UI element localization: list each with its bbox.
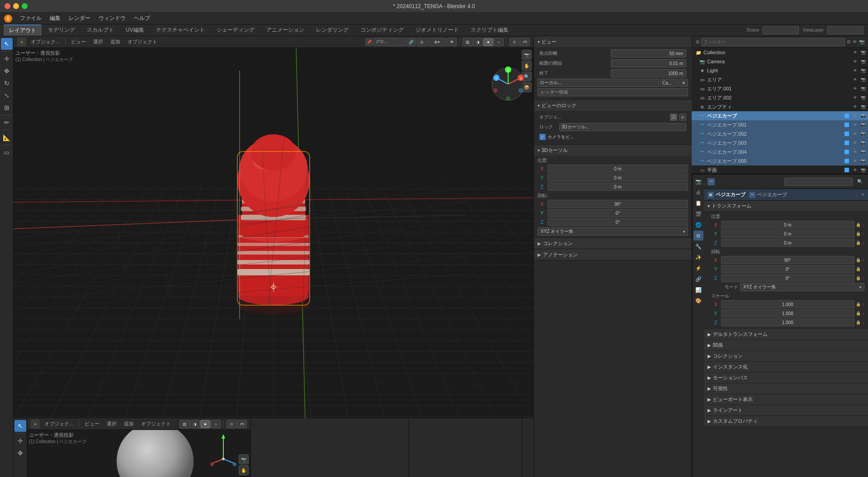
cursor-section-header[interactable]: ▾ 3Dカーソル	[534, 145, 692, 156]
outliner-cam-vis[interactable]: 👁	[852, 58, 858, 65]
maximize-button[interactable]	[22, 3, 28, 9]
material-mode[interactable]: ●	[483, 38, 493, 46]
rot-x-input[interactable]: 90°	[721, 256, 854, 264]
camera-lock-checkbox[interactable]: ✓	[539, 134, 546, 140]
outliner-item-empty[interactable]: ⊕ エンプティ 👁 📷	[692, 102, 868, 111]
vh-add[interactable]: 追加	[108, 38, 123, 46]
bottom-render-mode[interactable]: ☼	[211, 420, 221, 428]
rot-z-lock[interactable]: 🔒	[855, 275, 862, 281]
transform-section-header[interactable]: ▾ トランスフォーム	[704, 201, 868, 212]
outliner-item-bezier[interactable]: 〜 ベジエカーブ 👁 📷	[692, 111, 868, 120]
tool-scale[interactable]: ⤡	[1, 90, 13, 101]
custom-props-header[interactable]: ▶ カスタムプロパティ	[704, 416, 868, 427]
tab-sculpt[interactable]: スカルプト	[81, 25, 119, 35]
outliner-visibility-toggle[interactable]: 👁	[853, 39, 857, 44]
loc-x-input[interactable]: 0 m	[721, 221, 854, 229]
line-art-header[interactable]: ▶ ラインアート	[704, 405, 868, 416]
outliner-item-area001[interactable]: ▭ エリア.001 👁 📷	[692, 84, 868, 93]
bottom-vh-mode[interactable]: オブジェク...	[42, 420, 76, 428]
tool-measure[interactable]: 📐	[1, 132, 13, 143]
rot-mode-dropdown[interactable]: XYZ オイラー角 ▾	[740, 283, 864, 291]
props-scene-icon[interactable]: 🎬	[693, 209, 703, 219]
bottom-vh-object[interactable]: オブジェクト	[138, 420, 174, 428]
tool-move[interactable]: ✥	[1, 65, 13, 77]
relations-header[interactable]: ▶ 関係	[704, 340, 868, 351]
bottom-viewport-content[interactable]: ユーザー・透視投影 (1) Collection | ベジエカーブ	[27, 430, 250, 477]
view-section-header[interactable]: ▾ ビュー	[534, 36, 692, 47]
annotation-section-header[interactable]: ▶ アノテーション	[534, 249, 692, 260]
motion-paths-header[interactable]: ▶ モーションパス	[704, 373, 868, 383]
tab-geometry-nodes[interactable]: ジオメトリノード	[410, 25, 464, 35]
menu-window[interactable]: ウィンドウ	[95, 13, 129, 24]
tool-transform[interactable]: ⊞	[1, 102, 13, 113]
local-btn[interactable]: ローカル...	[538, 79, 659, 87]
obj-menu-btn[interactable]: ⋮	[854, 192, 859, 197]
bottom-vh-select[interactable]: 選択	[104, 420, 119, 428]
lock-obj-icon[interactable]: ⊙	[679, 113, 686, 121]
cam-btn[interactable]: 📷	[522, 50, 532, 60]
tool-select[interactable]: ↖	[1, 38, 13, 50]
bottom-hand-btn[interactable]: ✋	[239, 465, 249, 475]
render-region-btn[interactable]: レンダー領域	[538, 88, 688, 96]
vh-select[interactable]: 選択	[90, 38, 106, 46]
window-controls[interactable]	[5, 3, 28, 9]
minimize-button[interactable]	[13, 3, 19, 9]
viewport-mode-icon[interactable]: ●	[17, 38, 26, 47]
object-search-input[interactable]	[784, 178, 853, 186]
rot-x-lock[interactable]: 🔒	[855, 257, 862, 263]
wireframe-mode[interactable]: ▨	[462, 38, 472, 46]
proportional-btn[interactable]: ◎	[417, 38, 427, 46]
tab-modeling[interactable]: モデリング	[42, 25, 80, 35]
tab-layout[interactable]: レイアウト	[4, 24, 42, 36]
bottom-vh-add[interactable]: 追加	[121, 420, 137, 428]
nav-gizmo[interactable]: X Y Z	[490, 66, 526, 102]
tool-cursor[interactable]: ✛	[1, 53, 13, 65]
loc-y-input[interactable]: 0 m	[721, 230, 854, 238]
props-physics-icon[interactable]: ⚡	[693, 263, 703, 273]
bottom-gizmo-btn[interactable]: 🎮	[237, 420, 247, 428]
outliner-item-bezier002[interactable]: 〜 ベジエカーブ.002 👁 📷	[692, 129, 868, 138]
menu-file[interactable]: ファイル	[16, 13, 45, 24]
bottom-material-mode[interactable]: ●	[200, 420, 210, 428]
bottom-cam-btn[interactable]: 📷	[239, 454, 249, 464]
rot-z-input[interactable]: 0°	[721, 274, 854, 282]
props-material-icon[interactable]: 🎨	[693, 296, 703, 306]
props-render-icon[interactable]: 📷	[693, 176, 703, 186]
global-mode[interactable]: グロ...	[373, 38, 405, 46]
scale-x-lock[interactable]: 🔒	[855, 301, 862, 307]
obj-expand-btn[interactable]: ✕	[861, 192, 864, 197]
focal-length-input[interactable]: 50 mm	[611, 49, 687, 57]
outliner-item-collection[interactable]: 📁 Collection 👁 📷	[692, 48, 868, 57]
instancing-header[interactable]: ▶ インスタンス化	[704, 362, 868, 373]
3d-viewport[interactable]: ユーザー・透視投影 (1) Collection | ベジエカーブ 📷 ✋ 🔍 …	[14, 48, 533, 418]
viewport-display-header[interactable]: ▶ ビューポート表示	[704, 394, 868, 405]
tool-add[interactable]: ▭	[1, 146, 13, 158]
outliner-item-area002[interactable]: ▭ エリア.002 👁 📷	[692, 93, 868, 102]
cursor-rx-input[interactable]: 90°	[547, 200, 688, 208]
bottom-tool-move[interactable]: ✥	[14, 447, 26, 459]
lock-obj-checkbox[interactable]: ☐	[670, 113, 677, 121]
camera-btn[interactable]: Ca...	[660, 79, 678, 87]
outliner-item-light[interactable]: ☀ Light 👁 📷	[692, 66, 868, 75]
cursor-z-input[interactable]: 0 m	[547, 183, 688, 191]
vh-mode[interactable]: オブジェク...	[28, 38, 62, 46]
props-modifier-icon[interactable]: 🔧	[693, 241, 703, 251]
lock-cursor-dropdown[interactable]: 3Dカーソル...	[559, 123, 686, 131]
loc-x-lock[interactable]: 🔒	[855, 222, 862, 228]
cursor-rz-input[interactable]: 0°	[547, 218, 688, 226]
outliner-item-bezier001[interactable]: 〜 ベジエカーブ.001 👁 📷	[692, 120, 868, 129]
outliner-item-area[interactable]: ▭ エリア 👁 📷	[692, 75, 868, 84]
tool-annotate[interactable]: ✏	[1, 117, 13, 128]
rot-y-input[interactable]: 0°	[721, 265, 854, 273]
outliner-filter-icon[interactable]: ⊞	[696, 39, 699, 44]
collections-header[interactable]: ▶ コレクション	[704, 351, 868, 362]
props-output-icon[interactable]: 🖨	[693, 187, 703, 197]
vh-object[interactable]: オブジェクト	[125, 38, 160, 46]
transform-pivot[interactable]: ⊕▾	[428, 38, 446, 46]
props-object-icon[interactable]: ⊙	[693, 231, 703, 241]
props-world-icon[interactable]: 🌐	[693, 220, 703, 230]
outliner-vis-btn[interactable]: 👁	[852, 49, 858, 56]
vh-view[interactable]: ビュー	[68, 38, 89, 46]
bottom-solid-mode[interactable]: ◑	[190, 420, 200, 428]
scale-z-lock[interactable]: 🔒	[855, 319, 862, 326]
